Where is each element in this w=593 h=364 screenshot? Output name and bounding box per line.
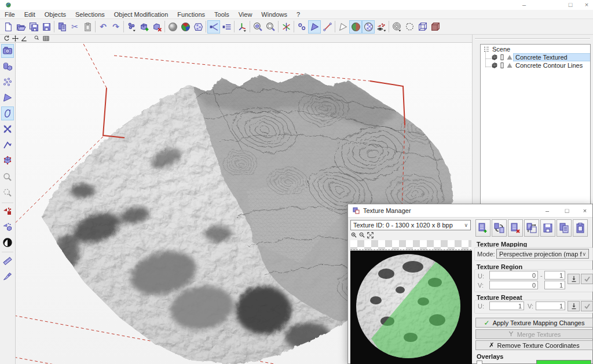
zoom-fit-icon[interactable]	[367, 232, 374, 238]
toolbar-button-outline-display[interactable]	[336, 20, 349, 34]
region-u-min-field[interactable]	[489, 271, 538, 280]
toolbar-button-remove-object[interactable]	[151, 20, 163, 34]
tool-orbit-rotate[interactable]	[1, 106, 14, 120]
angle-measure-button[interactable]	[20, 35, 28, 42]
toolbar-button-save[interactable]	[40, 20, 53, 34]
tool-bend-angle[interactable]	[1, 138, 14, 152]
tool-primitives[interactable]	[1, 60, 14, 73]
texture-strip[interactable]	[350, 240, 471, 250]
toolbar-button-textured-view[interactable]	[192, 20, 204, 34]
menu-tools[interactable]: Tools	[210, 10, 234, 19]
toolbar-button-perspective-view[interactable]	[207, 20, 220, 34]
toolbar-button-copy[interactable]	[56, 20, 68, 34]
remove-texture-coordinates-button[interactable]: ✗ Remove Texture Coordinates	[475, 340, 593, 350]
menu-help[interactable]: ?	[292, 10, 305, 19]
menu-windows[interactable]: Windows	[257, 10, 292, 19]
toolbar-button-transform-axes[interactable]	[280, 20, 292, 34]
toolbar-button-zoom-to-object[interactable]	[251, 20, 264, 34]
repeat-v-field[interactable]	[536, 302, 565, 310]
toolbar-button-wireframe-box[interactable]	[416, 20, 429, 34]
toolbar-button-surface-shading[interactable]	[349, 20, 362, 34]
region-u-max-field[interactable]	[544, 271, 565, 280]
repeat-apply-button[interactable]	[581, 301, 593, 311]
texture-preview[interactable]	[350, 251, 472, 364]
overlay-checkbox[interactable]	[477, 361, 482, 364]
toolbar-button-view-list[interactable]	[220, 20, 233, 34]
toolbar-button-paste[interactable]	[81, 20, 94, 34]
mapping-mode-dropdown[interactable]: Perspective projection (map file) ∨	[496, 249, 589, 259]
region-apply-button[interactable]	[581, 274, 593, 284]
toolbar-button-visibility-options[interactable]	[375, 20, 387, 34]
toolbar-button-point-cloud-new[interactable]	[125, 20, 138, 34]
toolbar-button-triangle-display[interactable]	[308, 20, 321, 34]
toolbar-button-selection-outline[interactable]	[403, 20, 416, 34]
dialog-minimize-button[interactable]: –	[539, 205, 555, 216]
grid-table-button[interactable]	[42, 35, 50, 42]
zoom-grid-button[interactable]	[33, 35, 41, 42]
texture-id-dropdown[interactable]: Texture ID: 0 - 1300 x 1020 x 8 bpp ∨	[350, 220, 471, 230]
menu-selections[interactable]: Selections	[71, 10, 109, 19]
resize-texture-button[interactable]	[524, 219, 539, 237]
menu-objects[interactable]: Objects	[40, 10, 71, 19]
region-reset-button[interactable]	[568, 274, 580, 284]
dialog-close-button[interactable]: ×	[577, 205, 593, 216]
paste-texture-button[interactable]	[573, 219, 588, 237]
toolbar-button-zoom-region[interactable]	[264, 20, 277, 34]
tool-lasso-zoom[interactable]	[1, 186, 14, 200]
zoom-out-icon[interactable]	[359, 232, 365, 238]
toolbar-button-contour-lines[interactable]	[390, 20, 403, 34]
minimize-button[interactable]: –	[514, 0, 534, 10]
toolbar-button-save-copy[interactable]	[27, 20, 40, 34]
toolbar-button-shaded-view[interactable]	[166, 20, 179, 34]
region-v-max-field[interactable]	[544, 281, 565, 289]
dialog-maximize-button[interactable]: □	[559, 205, 575, 216]
repeat-reset-button[interactable]	[568, 301, 580, 311]
tool-select-mesh[interactable]	[1, 220, 14, 234]
apply-texture-mapping-button[interactable]: ✓ Apply Texture Mapping Changes	[475, 318, 593, 328]
copy-texture-button[interactable]	[557, 219, 572, 237]
overlay-color-swatch[interactable]	[536, 360, 591, 364]
toolbar-button-new-document[interactable]	[2, 20, 14, 34]
zoom-in-icon[interactable]	[351, 232, 357, 238]
menu-edit[interactable]: Edit	[20, 10, 40, 19]
scene-tree-item-concrete-textured[interactable]: Concrete Textured	[481, 53, 590, 61]
scene-tree-root[interactable]: Scene	[481, 45, 590, 53]
save-texture-button[interactable]	[540, 219, 555, 237]
toolbar-button-color-view[interactable]	[179, 20, 192, 34]
repeat-u-field[interactable]	[489, 302, 524, 310]
close-button[interactable]: ×	[577, 0, 593, 10]
toolbar-button-texture-shading[interactable]	[362, 20, 375, 34]
toolbar-button-undo[interactable]: ↶	[97, 20, 109, 34]
tool-bounding-box[interactable]	[1, 153, 14, 167]
toolbar-button-add-object[interactable]	[138, 20, 151, 34]
dialog-titlebar[interactable]: Texture Manager – □ ×	[348, 204, 592, 218]
tool-zoom[interactable]	[1, 170, 14, 184]
add-texture-button[interactable]	[475, 219, 490, 237]
menu-object-modification[interactable]: Object Modification	[109, 10, 173, 19]
menu-view[interactable]: View	[234, 10, 257, 19]
region-v-min-field[interactable]	[489, 281, 538, 289]
menu-functions[interactable]: Functions	[173, 10, 210, 19]
scene-tree-item-concrete-contour-lines[interactable]: Concrete Contour Lines	[481, 61, 590, 69]
merge-textures-button[interactable]: Merge Textures	[475, 329, 593, 339]
pan-view-button[interactable]	[11, 35, 19, 42]
toolbar-button-cut[interactable]: ✂	[68, 20, 81, 34]
tool-knife[interactable]	[1, 270, 14, 284]
tool-contrast[interactable]	[1, 236, 14, 249]
toolbar-button-solid-box[interactable]	[429, 20, 441, 34]
toolbar-button-redo[interactable]: ↷	[109, 20, 122, 34]
rotate-view-button[interactable]	[2, 35, 10, 42]
tool-mesh-triangle[interactable]	[1, 91, 14, 105]
toolbar-button-coordinate-axes[interactable]	[236, 20, 248, 34]
panel-splitter[interactable]	[475, 38, 590, 39]
exchange-texture-button[interactable]	[492, 219, 507, 237]
toolbar-button-line-display[interactable]	[321, 20, 334, 34]
tool-camera[interactable]	[1, 44, 14, 58]
tool-ruler[interactable]	[1, 254, 14, 268]
toolbar-button-point-display[interactable]	[295, 20, 308, 34]
tool-move[interactable]	[1, 122, 14, 136]
tool-point-cloud[interactable]	[1, 75, 14, 89]
tool-select-red[interactable]	[1, 204, 14, 218]
toolbar-button-open[interactable]	[14, 20, 27, 34]
menu-file[interactable]: File	[0, 10, 20, 19]
